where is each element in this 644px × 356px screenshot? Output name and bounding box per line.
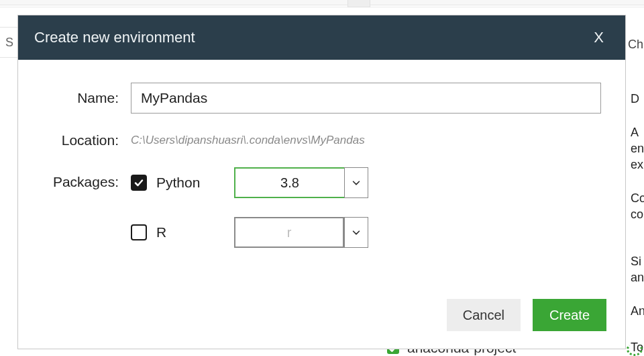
python-checkbox[interactable] [131,175,147,191]
package-python-row: Python 3.8 [131,167,601,198]
bg-toolbar [0,0,644,5]
bg-side-fragment: D [631,91,644,107]
location-label: Location: [42,132,131,148]
chevron-down-icon[interactable] [344,167,368,198]
bg-toolbar-divider [0,5,644,7]
bg-side-fragment: A [631,125,644,140]
package-r-row: R r [131,217,601,248]
packages-row: Packages: Python 3.8 [42,167,601,267]
bg-side-fragment: Si [631,254,644,269]
bg-side-fragment: ex [631,157,644,173]
bg-side-fragment: co [631,207,644,222]
name-row: Name: [42,83,601,114]
bg-right-tab-fragment: Ch [628,31,644,58]
r-version-value: r [234,217,344,248]
r-label: R [156,224,234,240]
close-button[interactable]: X [588,26,609,49]
python-version-select[interactable]: 3.8 [234,167,368,198]
create-button[interactable]: Create [533,299,606,331]
create-environment-dialog: Create new environment X Name: Location:… [17,15,626,349]
bg-side-fragment: Co [631,191,644,206]
environment-name-input[interactable] [131,83,601,114]
spinner-icon [627,343,643,356]
bg-tab-chip [347,0,370,7]
python-version-value: 3.8 [234,167,344,198]
dialog-header: Create new environment X [18,15,625,60]
r-checkbox[interactable] [131,224,147,240]
bg-side-fragment: An [631,304,644,319]
python-label: Python [156,175,234,191]
dialog-title: Create new environment [34,29,195,46]
r-version-select[interactable]: r [234,217,368,248]
location-row: Location: C:\Users\dipanshuasri\.conda\e… [42,132,601,148]
packages-label: Packages: [42,167,131,190]
dialog-footer: Cancel Create [18,292,625,349]
dialog-body: Name: Location: C:\Users\dipanshuasri\.c… [18,60,625,292]
cancel-button[interactable]: Cancel [447,299,521,331]
chevron-down-icon[interactable] [344,217,368,248]
bg-side-fragment: en [631,141,644,157]
name-label: Name: [42,90,131,106]
location-path: C:\Users\dipanshuasri\.conda\envs\MyPand… [131,134,365,146]
checkmark-icon [133,177,144,188]
bg-side-fragment: an [631,270,644,285]
